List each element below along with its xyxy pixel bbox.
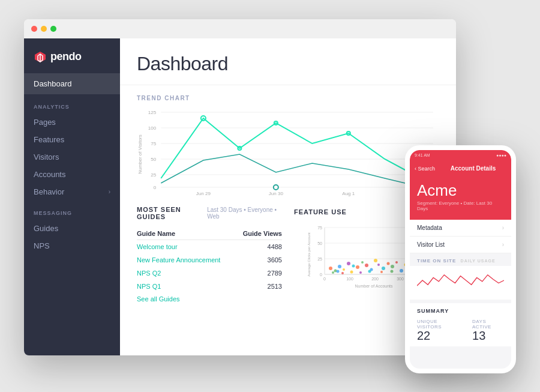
- svg-point-52: [395, 261, 398, 264]
- svg-text:200: 200: [371, 277, 379, 281]
- sparkline-line: [417, 274, 504, 285]
- svg-point-65: [391, 270, 394, 273]
- stat-visitors-label: Unique Visitors: [417, 319, 460, 330]
- svg-point-37: [329, 267, 332, 270]
- guide-views: 2789: [236, 267, 282, 280]
- table-row: NPS Q1 2513: [137, 280, 282, 293]
- sidebar-item-behavior[interactable]: Behavior ›: [24, 183, 120, 201]
- svg-text:0: 0: [320, 273, 322, 277]
- window-body: pendo Dashboard Analytics Pages Features…: [24, 38, 456, 355]
- sidebar-item-features[interactable]: Features: [24, 131, 120, 148]
- see-all-guides-link[interactable]: See all Guides: [137, 295, 180, 303]
- sidebar-item-accounts[interactable]: Accounts: [24, 166, 120, 183]
- svg-text:0: 0: [323, 277, 326, 281]
- guide-views: 2513: [236, 280, 282, 293]
- messaging-section-label: Messaging: [24, 201, 120, 220]
- svg-text:125: 125: [148, 110, 157, 115]
- mobile-statusbar: 9:41 AM ●●●●: [410, 150, 511, 161]
- svg-point-48: [377, 264, 380, 266]
- sidebar-item-pages[interactable]: Pages: [24, 113, 120, 131]
- svg-point-40: [343, 268, 345, 271]
- svg-text:300: 300: [397, 277, 404, 281]
- mobile-row-metadata[interactable]: Metadata ›: [410, 220, 511, 237]
- svg-point-64: [380, 271, 383, 273]
- guide-views: 3605: [236, 253, 282, 267]
- guides-table: Guide Name Guide Views Welcome tour 4488: [137, 228, 282, 293]
- trend-chart-label: TREND CHART: [137, 95, 439, 101]
- svg-point-53: [400, 269, 403, 273]
- svg-point-42: [352, 264, 355, 267]
- trend-section: TREND CHART 125: [137, 95, 439, 196]
- stat-visitors: Unique Visitors 22: [417, 319, 460, 342]
- sidebar-item-visitors[interactable]: Visitors: [24, 148, 120, 166]
- sidebar-nav: Dashboard Analytics Pages Features Visit…: [24, 73, 120, 355]
- mobile-back-button[interactable]: ‹ Search: [415, 166, 435, 172]
- svg-point-44: [361, 261, 364, 264]
- sidebar-item-nps[interactable]: NPS: [24, 237, 120, 255]
- sidebar: pendo Dashboard Analytics Pages Features…: [24, 38, 120, 355]
- page-title: Dashboard: [137, 53, 439, 75]
- col-guide-name: Guide Name: [137, 228, 236, 240]
- svg-point-63: [368, 270, 371, 273]
- svg-text:Jun 29: Jun 29: [196, 191, 211, 196]
- mobile-time: 9:41 AM: [415, 153, 430, 157]
- close-button[interactable]: [31, 26, 37, 32]
- svg-point-50: [387, 262, 390, 265]
- table-row: NPS Q2 2789: [137, 267, 282, 280]
- svg-text:50: 50: [151, 157, 156, 162]
- col-guide-views: Guide Views: [236, 228, 282, 240]
- svg-text:75: 75: [317, 226, 322, 230]
- svg-text:50: 50: [317, 241, 322, 246]
- content-header: Dashboard: [120, 38, 456, 85]
- svg-point-51: [391, 265, 394, 268]
- sidebar-item-dashboard[interactable]: Dashboard: [24, 73, 120, 94]
- mobile-body: Metadata › Visitor List › TIME ON SITE D…: [410, 220, 511, 369]
- stat-visitors-value: 22: [417, 330, 460, 342]
- maximize-button[interactable]: [50, 26, 56, 32]
- svg-text:Average Clicks per Account: Average Clicks per Account: [307, 232, 311, 277]
- svg-point-47: [374, 259, 377, 262]
- guide-link[interactable]: New Feature Announcement: [137, 256, 220, 264]
- table-row: Welcome tour 4488: [137, 240, 282, 253]
- svg-text:75: 75: [151, 141, 156, 146]
- analytics-section-label: Analytics: [24, 94, 120, 113]
- svg-point-45: [365, 264, 368, 267]
- desktop-window: pendo Dashboard Analytics Pages Features…: [24, 19, 456, 355]
- mobile-account-sub: Segment: Everyone • Date: Last 30 Days: [417, 201, 504, 211]
- mobile-device: 9:41 AM ●●●● ‹ Search Account Details Ac…: [405, 145, 516, 373]
- guide-link[interactable]: Welcome tour: [137, 243, 178, 250]
- minimize-button[interactable]: [41, 26, 47, 32]
- mobile-summary: SUMMARY Unique Visitors 22 Days Active 1…: [410, 303, 511, 346]
- stat-days-label: Days Active: [472, 319, 504, 330]
- stat-days-value: 13: [472, 330, 504, 342]
- mobile-row-label: Metadata: [417, 225, 442, 231]
- svg-text:100: 100: [346, 277, 353, 281]
- mobile-nav-title: Account Details: [440, 165, 506, 172]
- mobile-nav-bar: ‹ Search Account Details: [410, 161, 511, 176]
- guides-header: MOST SEEN GUIDES: [137, 206, 205, 220]
- svg-text:Number of Visitors: Number of Visitors: [137, 134, 143, 174]
- trend-chart-svg: 125 100 75 50 25 0 Jun 29 Jun 30 Aug 1: [137, 106, 439, 196]
- table-row: New Feature Announcement 3605: [137, 253, 282, 267]
- guide-link[interactable]: NPS Q1: [137, 283, 161, 290]
- svg-point-49: [382, 267, 385, 270]
- svg-point-62: [359, 271, 362, 274]
- chevron-right-icon: ›: [502, 225, 504, 231]
- logo-text: pendo: [50, 50, 82, 63]
- svg-point-43: [356, 265, 359, 269]
- guide-views: 4488: [236, 240, 282, 253]
- sidebar-item-guides[interactable]: Guides: [24, 220, 120, 237]
- guides-subtitle: Last 30 Days • Everyone • Web: [207, 207, 282, 220]
- svg-text:100: 100: [148, 125, 157, 131]
- mobile-row-visitors[interactable]: Visitor List ›: [410, 237, 511, 253]
- svg-point-59: [337, 270, 340, 273]
- svg-point-41: [347, 262, 350, 265]
- mobile-sparkline: [410, 266, 511, 300]
- trend-chart-container: 125 100 75 50 25 0 Jun 29 Jun 30 Aug 1: [137, 106, 439, 196]
- svg-point-58: [332, 271, 334, 274]
- mobile-hero: Acme Segment: Everyone • Date: Last 30 D…: [410, 176, 511, 220]
- mobile-row-label: Visitor List: [417, 241, 445, 248]
- mobile-screen: 9:41 AM ●●●● ‹ Search Account Details Ac…: [410, 150, 511, 369]
- guide-link[interactable]: NPS Q2: [137, 270, 161, 277]
- svg-text:Aug 1: Aug 1: [342, 191, 355, 196]
